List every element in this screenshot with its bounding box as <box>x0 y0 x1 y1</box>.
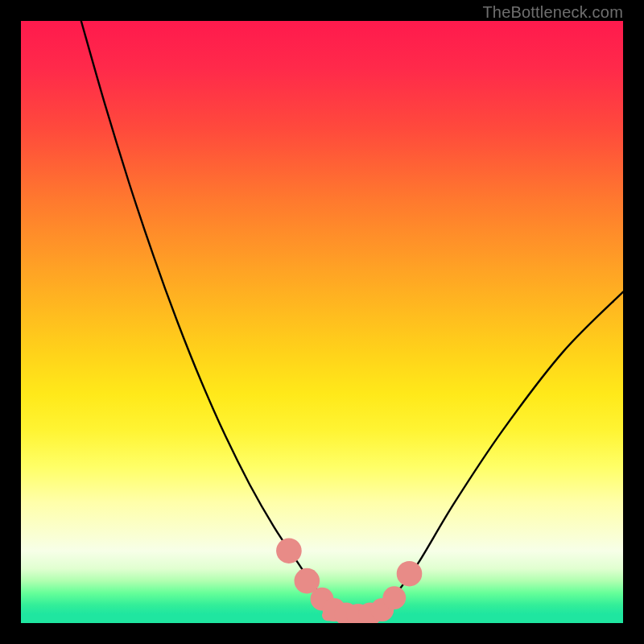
curve-layer <box>21 21 623 623</box>
chart-frame: TheBottleneck.com <box>0 0 644 644</box>
curve-marker <box>276 538 302 564</box>
curve-marker <box>382 586 406 609</box>
bottleneck-curve <box>81 21 623 616</box>
watermark-text: TheBottleneck.com <box>482 3 623 22</box>
curve-marker <box>397 561 423 587</box>
plot-area <box>21 21 623 623</box>
